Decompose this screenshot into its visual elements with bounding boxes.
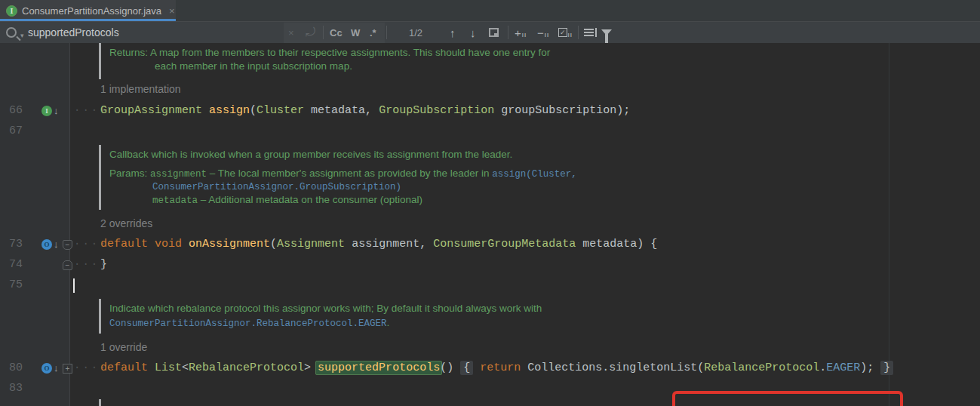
implemented-marker-icon[interactable]: I↓ (41, 105, 59, 116)
doc-text: Returns: A map from the members to their… (109, 47, 550, 58)
token-kw: default (100, 361, 148, 374)
doc-line: ConsumerPartitionAssignor.GroupSubscript… (152, 181, 401, 192)
token-type: Assignment (277, 238, 345, 251)
line-number: 67 (9, 125, 23, 137)
token-plain (473, 361, 480, 374)
code-vision-hint[interactable]: 1 implementation (100, 83, 181, 95)
gutter-separator (69, 43, 70, 406)
code-vision-hint[interactable]: 2 overrides (100, 217, 152, 229)
search-icon[interactable]: ▾ (6, 22, 24, 43)
regex-button[interactable]: .* (370, 22, 376, 43)
token-plain: metadata) { (576, 238, 657, 251)
filter-funnel-icon[interactable] (601, 22, 612, 43)
code-line-74[interactable]: 74−····} (0, 255, 980, 275)
words-button[interactable]: W (351, 22, 360, 43)
divider (508, 26, 508, 39)
token-const: EAGER (826, 361, 860, 374)
doc-line: Callback which is invoked when a group m… (109, 149, 512, 161)
select-all-occurrences-icon[interactable]: ✓II (558, 22, 573, 43)
doc-text: . (387, 317, 390, 328)
search-in-selection-icon[interactable] (489, 22, 499, 43)
token-plain: ); (860, 361, 880, 374)
fold-marker-icon[interactable]: − (63, 260, 72, 270)
token-method: onAssignment (189, 238, 270, 251)
code-vision-hint[interactable]: 1 override (100, 341, 147, 353)
line-number: 66 (9, 104, 23, 117)
rendered-doc-comment: Callback which is invoked when a group m… (0, 145, 980, 210)
tab-consumerpartitionassignor[interactable]: I ConsumerPartitionAssignor.java × (0, 0, 176, 21)
rendered-doc-comment: Returns: A map from the members to their… (0, 43, 980, 79)
token-plain (182, 238, 189, 251)
match-count: 1/2 (409, 22, 422, 43)
doc-link[interactable]: assign(Cluster, (492, 169, 577, 180)
match-case-button[interactable]: Cc (330, 22, 343, 43)
tab-close-icon[interactable]: × (169, 5, 175, 17)
down-arrow-icon: ↓ (54, 238, 59, 250)
doc-line: Returns: A map from the members to their… (109, 47, 550, 59)
token-plain: < (182, 361, 189, 374)
doc-comment-bar (99, 399, 101, 406)
doc-text: metadata (152, 195, 198, 206)
filter-lines-icon[interactable] (584, 22, 594, 43)
code-editor[interactable]: Returns: A map from the members to their… (0, 43, 980, 406)
search-input[interactable]: supportedProtocols (28, 22, 119, 43)
token-kw: return (480, 361, 521, 374)
token-plain: assignment, (345, 238, 433, 251)
code-line-67[interactable]: 67 (0, 121, 980, 142)
code-line-75[interactable]: 75 (0, 275, 980, 296)
marker-circle: I (41, 106, 52, 116)
token-plain (148, 361, 155, 374)
folded-region-brace[interactable]: } (880, 361, 893, 375)
fold-marker-icon[interactable]: − (63, 240, 72, 250)
divider (578, 26, 579, 39)
token-plain: . (819, 361, 826, 374)
token-type: RebalanceProtocol (189, 361, 304, 374)
token-plain: () (440, 361, 460, 374)
line-number: 73 (9, 238, 23, 251)
next-occurrence-button[interactable]: ↓ (470, 22, 476, 43)
doc-text: – Additional metadata on the consumer (o… (198, 194, 422, 205)
doc-link[interactable]: ConsumerPartitionAssignor.RebalanceProto… (109, 318, 387, 329)
newline-icon[interactable]: ⤾ (306, 22, 315, 43)
doc-text: – The local member's assignment as provi… (207, 168, 492, 179)
code-line-80[interactable]: 80O↓+····default List<RebalanceProtocol>… (0, 358, 980, 379)
token-plain (202, 104, 209, 117)
rendered-doc-comment: Indicate which rebalance protocol this a… (0, 299, 980, 334)
code-line-73[interactable]: 73O↓−····default void onAssignment(Assig… (0, 235, 980, 255)
line-number: 74 (9, 258, 23, 271)
code-text: } (100, 258, 107, 271)
marker-circle: O (41, 239, 52, 250)
doc-line: metadata – Additional metadata on the co… (152, 194, 422, 206)
doc-link[interactable]: ConsumerPartitionAssignor.GroupSubscript… (152, 182, 401, 192)
previous-occurrence-button[interactable]: ↑ (450, 22, 456, 43)
token-plain: ( (250, 104, 257, 117)
doc-text: Callback which is invoked when a group m… (109, 149, 512, 160)
down-arrow-icon: ↓ (54, 105, 59, 116)
ide-window: I ConsumerPartitionAssignor.java × ▾ sup… (0, 0, 980, 406)
doc-text: Params: (109, 168, 150, 179)
clear-search-icon[interactable]: × (288, 22, 294, 43)
token-kw: default (100, 238, 148, 251)
folded-region-brace[interactable]: { (460, 361, 473, 375)
find-toolbar: ▾ supportedProtocols × ⤾ Cc W .* 1/2 ↑ ↓… (0, 21, 980, 43)
interface-icon: I (6, 5, 17, 17)
search-match-highlight[interactable]: supportedProtocols (315, 361, 442, 375)
override-marker-icon[interactable]: O↓ (41, 362, 59, 374)
doc-comment-bar (99, 299, 101, 334)
editor-tab-bar: I ConsumerPartitionAssignor.java × (0, 0, 980, 21)
fold-marker-icon[interactable]: + (63, 364, 72, 374)
token-plain: Collections.singletonList( (521, 361, 704, 374)
remove-occurrence-icon[interactable]: −II (537, 22, 549, 43)
divider (323, 26, 324, 39)
token-type: RebalanceProtocol (704, 361, 819, 374)
add-occurrence-icon[interactable]: +II (515, 22, 527, 43)
token-plain: ( (270, 238, 277, 251)
token-type: Cluster (257, 104, 304, 117)
doc-comment-bar (99, 145, 101, 210)
annotation-box (672, 391, 903, 406)
line-number: 75 (9, 278, 23, 291)
token-plain: } (100, 258, 107, 271)
text-caret (73, 278, 75, 293)
override-marker-icon[interactable]: O↓ (41, 238, 59, 250)
code-line-66[interactable]: 66I↓····GroupAssignment assign(Cluster m… (0, 101, 980, 121)
